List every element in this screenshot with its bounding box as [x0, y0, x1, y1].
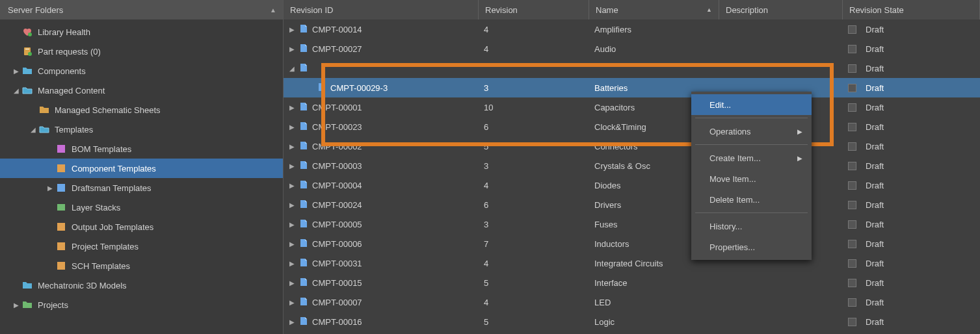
- expand-icon[interactable]: ▶: [46, 185, 55, 192]
- cell-revision-state: Draft: [866, 122, 884, 132]
- tree-item-draftsman-templates[interactable]: ▶ Draftsman Templates: [0, 178, 283, 198]
- table-row[interactable]: ▶CMPT-000053FusesDraft: [284, 214, 980, 234]
- expand-icon[interactable]: ▶: [289, 318, 295, 326]
- table-row[interactable]: ▶CMPT-000144AmplifiersDraft: [284, 19, 980, 39]
- cell-revision: 5: [484, 278, 488, 288]
- menu-item-move-item[interactable]: Move Item...: [691, 168, 812, 189]
- cell-name: Diodes: [594, 181, 620, 190]
- cell-revision-state: Draft: [866, 103, 884, 112]
- expand-icon[interactable]: ▶: [289, 104, 295, 111]
- tree-item-output-job-templates[interactable]: Output Job Templates: [0, 217, 283, 237]
- table-row[interactable]: ◢Draft: [284, 58, 980, 78]
- expand-icon[interactable]: ▶: [289, 162, 295, 170]
- table-row[interactable]: ▶CMPT-000044DiodesDraft: [284, 175, 980, 195]
- tree-item-bom-templates[interactable]: BOM Templates: [0, 139, 283, 159]
- cell-name: Integrated Circuits: [594, 259, 663, 268]
- table-row[interactable]: ▶CMPT-0000110CapacitorsDraft: [284, 97, 980, 117]
- clipboard-icon: [22, 46, 33, 57]
- column-header-revision[interactable]: Revision: [479, 0, 589, 19]
- file-icon: [299, 141, 308, 152]
- table-row[interactable]: ▶CMPT-000155InterfaceDraft: [284, 273, 980, 292]
- tree-item-templates[interactable]: ◢ Templates: [0, 120, 283, 139]
- svg-point-3: [28, 52, 32, 56]
- tree-item-managed-content[interactable]: ◢ Managed Content: [0, 81, 283, 100]
- file-icon: [299, 238, 308, 250]
- table-row[interactable]: ▶CMPT-000033Crystals & OscDraft: [284, 156, 980, 175]
- collapse-icon[interactable]: ◢: [29, 126, 38, 133]
- cell-revision-state: Draft: [866, 220, 884, 229]
- collapse-icon[interactable]: ◢: [12, 87, 21, 94]
- state-swatch: [848, 64, 856, 73]
- tree-item-library-health[interactable]: Library Health: [0, 22, 283, 42]
- file-icon: [317, 83, 326, 94]
- expand-icon[interactable]: ▶: [289, 143, 295, 150]
- expand-icon[interactable]: ▶: [289, 221, 295, 228]
- table-row[interactable]: CMPT-00029-33BatteriesDraft: [284, 78, 980, 97]
- table-row[interactable]: ▶CMPT-000246DriversDraft: [284, 195, 980, 214]
- file-icon: [299, 277, 308, 289]
- folder-open-icon: [22, 85, 33, 96]
- menu-item-create-item[interactable]: Create Item...▶: [691, 148, 812, 168]
- column-header-description[interactable]: Description: [719, 0, 843, 19]
- tree-item-sch-templates[interactable]: SCH Templates: [0, 256, 283, 276]
- svg-rect-7: [57, 204, 65, 211]
- expand-icon[interactable]: ▶: [289, 279, 295, 287]
- expand-icon[interactable]: ▶: [12, 302, 21, 309]
- expand-icon[interactable]: ▶: [289, 45, 295, 53]
- cell-name: Fuses: [594, 220, 617, 229]
- expand-icon[interactable]: ▶: [289, 182, 295, 189]
- expand-icon[interactable]: ▶: [289, 123, 295, 131]
- table-row[interactable]: ▶CMPT-000236Clock&TimingDraft: [284, 117, 980, 136]
- state-swatch: [848, 45, 856, 53]
- menu-item-properties[interactable]: Properties...: [691, 237, 812, 257]
- expand-icon[interactable]: ▶: [289, 201, 295, 209]
- collapse-panel-icon[interactable]: ▲: [270, 6, 276, 14]
- file-icon: [299, 102, 308, 113]
- sort-asc-icon: ▲: [706, 6, 712, 13]
- tree-item-managed-schematic-sheets[interactable]: Managed Schematic Sheets: [0, 100, 283, 120]
- folder-icon: [22, 66, 33, 76]
- cell-name: Clock&Timing: [594, 122, 646, 132]
- cell-revision: 4: [484, 259, 488, 268]
- menu-separator: [695, 144, 808, 145]
- table-row[interactable]: ▶CMPT-000025ConnectorsDraft: [284, 136, 980, 156]
- expand-icon[interactable]: ▶: [289, 26, 295, 33]
- column-header-revision-id[interactable]: Revision ID: [284, 0, 479, 19]
- table-row[interactable]: ▶CMPT-000314Integrated CircuitsDraft: [284, 253, 980, 273]
- tree-item-project-templates[interactable]: Project Templates: [0, 237, 283, 256]
- panel-header[interactable]: Server Folders ▲: [0, 0, 283, 19]
- column-header-name[interactable]: Name▲: [589, 0, 719, 19]
- table-row[interactable]: ▶CMPT-000074LEDDraft: [284, 292, 980, 312]
- expand-icon[interactable]: ▶: [289, 240, 295, 248]
- cell-revision-id: CMPT-00024: [312, 200, 362, 210]
- cell-revision-state: Draft: [866, 298, 884, 307]
- table-row[interactable]: ▶CMPT-000067InductorsDraft: [284, 234, 980, 253]
- cell-revision-id: CMPT-00015: [312, 278, 362, 288]
- menu-item-history[interactable]: History...: [691, 216, 812, 237]
- server-folders-panel: Server Folders ▲ Library Health Part req…: [0, 0, 284, 334]
- cell-revision-state: Draft: [866, 239, 884, 249]
- tree-item-component-templates[interactable]: Component Templates: [0, 159, 283, 178]
- menu-item-edit[interactable]: Edit...: [691, 94, 812, 115]
- tree-item-layer-stacks[interactable]: Layer Stacks: [0, 198, 283, 217]
- tree-item-mechatronic-3d-models[interactable]: Mechatronic 3D Models: [0, 276, 283, 295]
- tree-item-label: Templates: [55, 125, 93, 135]
- table-row[interactable]: ▶CMPT-000165LogicDraft: [284, 312, 980, 331]
- expand-icon[interactable]: ▶: [289, 299, 295, 306]
- cell-name: Amplifiers: [594, 25, 631, 34]
- tree-item-projects[interactable]: ▶ Projects: [0, 295, 283, 315]
- state-swatch: [848, 162, 856, 170]
- tree-item-part-requests[interactable]: Part requests (0): [0, 42, 283, 61]
- tree-item-label: Project Templates: [72, 242, 139, 251]
- table-row[interactable]: ▶CMPT-000274AudioDraft: [284, 39, 980, 58]
- state-swatch: [848, 220, 856, 229]
- tree-item-components[interactable]: ▶ Components: [0, 61, 283, 81]
- menu-item-operations[interactable]: Operations▶: [691, 121, 812, 142]
- menu-item-delete-item[interactable]: Delete Item...: [691, 189, 812, 210]
- collapse-icon[interactable]: ◢: [289, 65, 295, 72]
- state-swatch: [848, 84, 856, 92]
- expand-icon[interactable]: ▶: [289, 260, 295, 267]
- column-header-revision-state[interactable]: Revision State: [843, 0, 980, 19]
- expand-icon[interactable]: ▶: [12, 68, 21, 75]
- template-icon: [56, 241, 66, 251]
